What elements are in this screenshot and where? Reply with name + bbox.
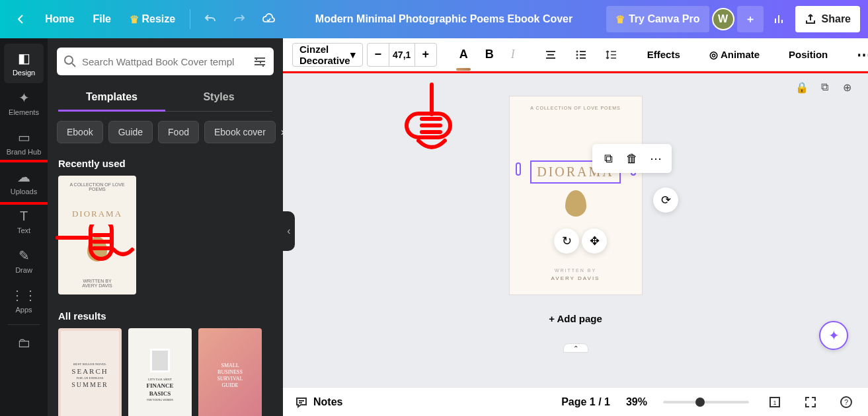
chip-guide[interactable]: Guide: [108, 121, 153, 143]
delete-element-button[interactable]: 🗑: [620, 148, 644, 169]
zoom-slider[interactable]: [663, 401, 749, 403]
position-button[interactable]: Position: [782, 43, 834, 67]
notes-button[interactable]: Notes: [295, 396, 342, 409]
share-button[interactable]: Share: [795, 6, 860, 32]
page-indicator[interactable]: Page 1 / 1: [561, 396, 610, 408]
chip-food[interactable]: Food: [158, 121, 199, 143]
try-pro-button[interactable]: ♛Try Canva Pro: [606, 6, 709, 32]
tab-styles[interactable]: Styles: [165, 85, 272, 112]
list-button[interactable]: [568, 43, 594, 67]
chip-ebook[interactable]: Ebook: [57, 121, 103, 143]
rail-design[interactable]: ◧Design: [4, 44, 44, 83]
apps-icon: ⋮⋮: [11, 287, 37, 303]
filter-icon[interactable]: [253, 54, 267, 69]
redo-button[interactable]: [226, 6, 253, 32]
panel-tabs: Templates Styles: [48, 85, 283, 112]
rail-brand-hub[interactable]: ▭Brand Hub: [0, 123, 48, 162]
duplicate-page-icon[interactable]: ⧉: [816, 79, 832, 95]
add-member-button[interactable]: ＋: [737, 6, 764, 32]
zoom-percent[interactable]: 39%: [626, 396, 647, 408]
rail-label: Brand Hub: [7, 148, 42, 156]
font-size-increase[interactable]: +: [415, 48, 436, 61]
all-results-title: All results: [48, 305, 283, 328]
elements-icon: ✦: [19, 90, 30, 106]
rail-text[interactable]: TText: [0, 202, 48, 241]
resize-label: Resize: [141, 13, 175, 25]
font-picker[interactable]: Cinzel Decorative ▾: [292, 43, 363, 67]
help-button[interactable]: ?: [836, 392, 856, 412]
card-author: AVERY DAVIS: [82, 283, 112, 288]
design-title[interactable]: Modern Minimal Photographic Poems Ebook …: [284, 13, 604, 25]
rail-label: Elements: [9, 108, 39, 116]
grid-view-button[interactable]: 1: [765, 392, 785, 412]
selection-handle-left[interactable]: [516, 162, 521, 176]
animate-label: Animate: [721, 49, 760, 60]
element-more-button[interactable]: ⋯: [644, 148, 668, 169]
animate-icon: ◎: [709, 49, 718, 61]
zoom-thumb[interactable]: [695, 398, 705, 407]
svg-point-0: [65, 56, 73, 64]
panel-collapse-handle[interactable]: ‹: [283, 211, 295, 251]
rail-draw[interactable]: ✎Draw: [0, 241, 48, 281]
avatar[interactable]: W: [712, 8, 734, 30]
resize-button[interactable]: ♛ Resize: [122, 6, 183, 32]
design-page[interactable]: A COLLECTION OF LOVE POEMS DIORAMA WRITT…: [510, 96, 642, 295]
effects-button[interactable]: Effects: [641, 43, 687, 67]
card-line: GUIDE: [222, 382, 239, 388]
svg-point-2: [576, 53, 578, 55]
swap-rotate-button[interactable]: ↻: [554, 228, 579, 254]
help-bubble[interactable]: ✦: [819, 321, 848, 350]
leaf-graphic[interactable]: [565, 190, 586, 217]
chip-ebook-cover[interactable]: Ebook cover: [204, 121, 276, 143]
rail-label: Text: [17, 226, 30, 234]
folder-icon: 🗀: [17, 335, 30, 351]
align-button[interactable]: [537, 43, 564, 67]
drag-handle-button[interactable]: ✥: [582, 228, 607, 254]
rail-uploads[interactable]: ☁Uploads: [0, 162, 48, 202]
back-button[interactable]: [8, 6, 34, 32]
home-button[interactable]: Home: [37, 6, 82, 32]
rail-apps[interactable]: ⋮⋮Apps: [0, 281, 48, 320]
add-page-button[interactable]: + Add page: [549, 313, 602, 324]
tab-templates[interactable]: Templates: [58, 85, 165, 112]
rail-folder[interactable]: 🗀: [0, 329, 48, 357]
search-input-wrap[interactable]: [57, 48, 274, 75]
duplicate-element-button[interactable]: ⧉: [596, 148, 620, 169]
card-line: SUMMER: [71, 381, 108, 388]
lock-icon[interactable]: 🔒: [794, 79, 810, 95]
add-blank-page-icon[interactable]: ⊕: [839, 79, 855, 95]
italic-button[interactable]: I: [504, 43, 522, 67]
cloud-save-icon[interactable]: [255, 6, 282, 32]
file-menu[interactable]: File: [85, 6, 119, 32]
bold-button[interactable]: B: [479, 43, 500, 67]
draw-icon: ✎: [19, 248, 30, 263]
analytics-button[interactable]: [766, 6, 793, 32]
animate-button[interactable]: ◎ Animate: [703, 43, 766, 67]
try-pro-label: Try Canva Pro: [629, 13, 700, 25]
spacing-button[interactable]: [598, 43, 625, 67]
result-card-3[interactable]: SMALL BUSINESS SURVIVAL GUIDE: [198, 328, 262, 416]
canvas-author: AVERY DAVIS: [551, 275, 600, 281]
regenerate-button[interactable]: ⟳: [653, 188, 678, 213]
undo-button[interactable]: [197, 6, 223, 32]
grid-view-handle[interactable]: ⌃: [563, 343, 588, 353]
rail-elements[interactable]: ✦Elements: [0, 83, 48, 123]
font-size-input[interactable]: [389, 44, 415, 66]
card-title: DIORAMA: [72, 209, 122, 219]
fullscreen-button[interactable]: [801, 392, 820, 412]
notes-label: Notes: [313, 396, 342, 408]
result-card-1[interactable]: BEST SELLER NOVEL SEARCH FOR AN ENDLESS …: [58, 328, 122, 416]
card-image: [150, 349, 170, 372]
main-area: Cinzel Decorative ▾ − + A B I Effects ◎ …: [283, 38, 868, 387]
share-label: Share: [822, 13, 851, 25]
card-line: SEARCH: [71, 367, 108, 375]
font-size-decrease[interactable]: −: [368, 48, 389, 61]
search-input[interactable]: [82, 56, 247, 67]
rail-divider: [8, 324, 40, 325]
rail-label: Draw: [15, 266, 32, 274]
more-button[interactable]: ⋯: [850, 43, 868, 67]
color-swatch: [456, 68, 471, 71]
result-card-2[interactable]: LET'S TALK ABOUT FINANCE BASICS FOR YOUN…: [128, 328, 192, 416]
top-header: Home File ♛ Resize Modern Minimal Photog…: [0, 0, 868, 38]
text-color-button[interactable]: A: [453, 43, 475, 67]
